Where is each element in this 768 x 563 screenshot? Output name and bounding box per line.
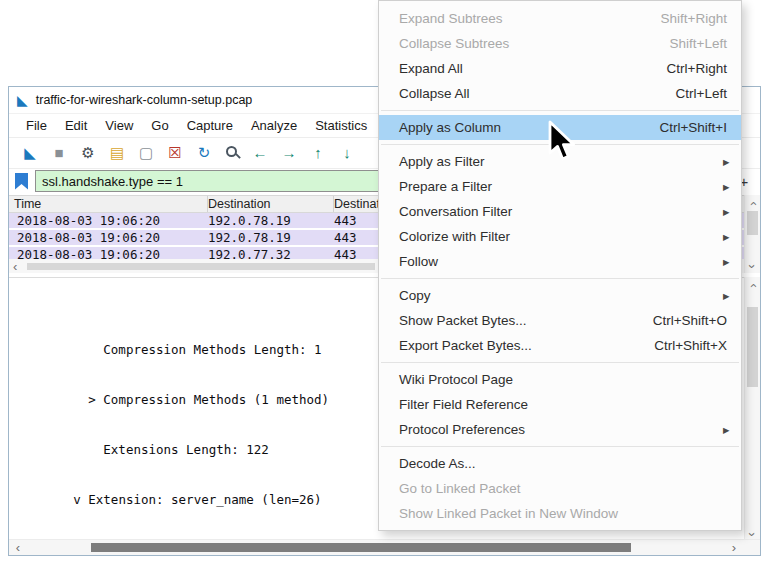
tree-line[interactable]: Extensions Length: 122	[13, 440, 374, 460]
menu-item-colorize-with-filter[interactable]: Colorize with Filter ▶	[379, 224, 741, 249]
menu-go[interactable]: Go	[142, 118, 177, 133]
tree-line[interactable]: v Extension: server_name (len=26)	[13, 490, 374, 510]
submenu-arrow-icon: ▶	[723, 157, 729, 167]
bookmark-icon[interactable]	[15, 173, 28, 190]
tree-expander-icon[interactable]: >	[88, 392, 103, 407]
submenu-arrow-icon: ▶	[723, 257, 729, 267]
scroll-right-icon[interactable]: ›	[732, 541, 736, 555]
submenu-arrow-icon: ▶	[723, 425, 729, 435]
menu-item-collapse-all[interactable]: Collapse All Ctrl+Left	[379, 81, 741, 106]
menu-item-collapse-subtrees: Collapse Subtrees Shift+Left	[379, 31, 741, 56]
scrollbar-thumb[interactable]	[27, 263, 375, 270]
scroll-down-icon[interactable]: ›	[746, 532, 759, 536]
menu-item-expand-all[interactable]: Expand All Ctrl+Right	[379, 56, 741, 81]
open-capture-icon[interactable]: ▤	[108, 144, 126, 162]
column-header-destination[interactable]: Destination	[203, 196, 334, 212]
scroll-up-icon[interactable]: ›	[746, 283, 759, 287]
close-capture-icon[interactable]: ☒	[166, 144, 184, 162]
tree-indent	[13, 492, 73, 507]
start-capture-icon[interactable]: ◣	[21, 144, 39, 162]
menu-item-copy[interactable]: Copy ▶	[379, 283, 741, 308]
cell-destination-port[interactable]: 443	[334, 213, 357, 228]
menu-item-label: Go to Linked Packet	[399, 481, 521, 496]
tree-line[interactable]: Compression Methods Length: 1	[13, 340, 374, 360]
menu-item-prepare-a-filter[interactable]: Prepare a Filter ▶	[379, 174, 741, 199]
menu-item-decode-as[interactable]: Decode As...	[379, 451, 741, 476]
tree-indent	[13, 342, 103, 357]
menu-item-label: Expand All	[399, 61, 463, 76]
tree-expander-icon[interactable]: v	[73, 492, 88, 507]
menu-item-label: Filter Field Reference	[399, 397, 528, 412]
menu-item-label: Collapse All	[399, 86, 470, 101]
menu-item-go-to-linked-packet: Go to Linked Packet	[379, 476, 741, 501]
go-forward-icon[interactable]: →	[280, 144, 298, 162]
scroll-down-icon[interactable]: ›	[746, 264, 759, 268]
scroll-left-icon[interactable]: ‹	[13, 259, 17, 274]
go-back-icon[interactable]: ←	[251, 144, 269, 162]
cell-time[interactable]: 2018-08-03 19:06:20	[17, 230, 160, 245]
menu-item-expand-subtrees: Expand Subtrees Shift+Right	[379, 6, 741, 31]
menu-item-label: Colorize with Filter	[399, 229, 510, 244]
cell-destination-port[interactable]: 443	[334, 230, 357, 245]
tree-line[interactable]: > Compression Methods (1 method)	[13, 390, 374, 410]
menu-item-export-packet-bytes[interactable]: Export Packet Bytes... Ctrl+Shift+X	[379, 333, 741, 358]
cell-destination[interactable]: 192.0.77.32	[208, 247, 291, 259]
menu-item-protocol-preferences[interactable]: Protocol Preferences ▶	[379, 417, 741, 442]
wireshark-app-icon: ◣	[17, 93, 28, 107]
menu-view[interactable]: View	[96, 118, 142, 133]
menu-item-show-packet-bytes[interactable]: Show Packet Bytes... Ctrl+Shift+O	[379, 308, 741, 333]
menu-file[interactable]: File	[17, 118, 56, 133]
cell-destination-port[interactable]: 443	[334, 247, 357, 259]
submenu-arrow-icon: ▶	[723, 182, 729, 192]
menu-item-shortcut: Ctrl+Shift+O	[653, 313, 733, 328]
scrollbar-thumb[interactable]	[747, 307, 758, 387]
menu-item-shortcut: Ctrl+Left	[676, 86, 733, 101]
menu-capture[interactable]: Capture	[178, 118, 242, 133]
cell-destination[interactable]: 192.0.78.19	[208, 230, 291, 245]
menu-item-label: Decode As...	[399, 456, 476, 471]
column-header-time[interactable]: Time	[9, 196, 208, 212]
detail-pane-horizontal-scrollbar[interactable]: ‹ ›	[9, 539, 760, 555]
menu-item-label: Apply as Filter	[399, 154, 485, 169]
menu-item-filter-field-reference[interactable]: Filter Field Reference	[379, 392, 741, 417]
tree-text: Extension: server_name (len=26)	[88, 492, 321, 507]
window-title: traffic-for-wireshark-column-setup.pcap	[36, 93, 253, 107]
detail-pane-vertical-scrollbar[interactable]: › ›	[744, 277, 760, 541]
context-menu: Expand Subtrees Shift+Right Collapse Sub…	[378, 0, 742, 531]
menu-item-label: Collapse Subtrees	[399, 36, 509, 51]
tree-indent	[13, 442, 103, 457]
cell-destination[interactable]: 192.0.78.19	[208, 213, 291, 228]
capture-options-icon[interactable]: ⚙	[79, 144, 97, 162]
menu-item-conversation-filter[interactable]: Conversation Filter ▶	[379, 199, 741, 224]
scroll-up-icon[interactable]: ›	[746, 201, 759, 205]
cell-time[interactable]: 2018-08-03 19:06:20	[17, 247, 160, 259]
scrollbar-thumb[interactable]	[747, 211, 758, 235]
menu-edit[interactable]: Edit	[56, 118, 96, 133]
menu-item-wiki-protocol-page[interactable]: Wiki Protocol Page	[379, 367, 741, 392]
go-last-packet-icon[interactable]: ↓	[338, 144, 356, 162]
screen: ◣ traffic-for-wireshark-column-setup.pca…	[0, 0, 768, 563]
detail-tree: Compression Methods Length: 1 > Compress…	[13, 310, 374, 539]
menu-statistics[interactable]: Statistics	[306, 118, 376, 133]
menu-analyze[interactable]: Analyze	[242, 118, 306, 133]
menu-item-shortcut: Ctrl+Right	[667, 61, 733, 76]
menu-item-label: Show Linked Packet in New Window	[399, 506, 618, 521]
tree-text: Compression Methods (1 method)	[103, 392, 329, 407]
go-first-packet-icon[interactable]: ↑	[309, 144, 327, 162]
menu-item-label: Conversation Filter	[399, 204, 512, 219]
stop-capture-icon[interactable]: ■	[50, 144, 68, 162]
scroll-left-icon[interactable]: ‹	[16, 541, 20, 555]
menu-item-shortcut: Ctrl+Shift+X	[654, 338, 733, 353]
scrollbar-thumb[interactable]	[91, 543, 631, 552]
submenu-arrow-icon: ▶	[723, 291, 729, 301]
save-capture-icon[interactable]: ▢	[137, 144, 155, 162]
menu-item-follow[interactable]: Follow ▶	[379, 249, 741, 274]
mouse-cursor	[548, 120, 588, 166]
menu-item-shortcut: Shift+Right	[661, 11, 733, 26]
find-packet-icon[interactable]	[224, 144, 240, 162]
cell-time[interactable]: 2018-08-03 19:06:20	[17, 213, 160, 228]
reload-icon[interactable]: ↻	[195, 144, 213, 162]
menu-item-label: Export Packet Bytes...	[399, 338, 532, 353]
packet-list-vertical-scrollbar[interactable]: › ›	[744, 195, 760, 273]
menu-separator	[381, 278, 739, 279]
